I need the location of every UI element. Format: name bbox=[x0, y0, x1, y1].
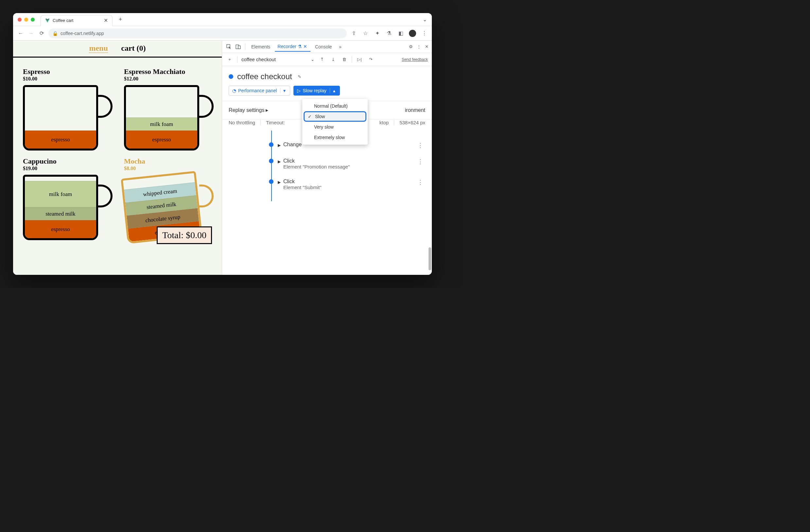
product-title: Espresso bbox=[23, 67, 111, 76]
product-card-cappucino: Cappucino $19.00 milk foam steamed milk … bbox=[23, 157, 111, 240]
extensions-icon[interactable]: ✦ bbox=[374, 30, 381, 37]
close-tab-icon[interactable]: ✕ bbox=[303, 44, 308, 49]
mug-handle-icon bbox=[98, 95, 113, 118]
delete-icon[interactable]: 🗑 bbox=[341, 56, 348, 63]
reload-button[interactable]: ⟳ bbox=[38, 30, 45, 37]
nav-menu-link[interactable]: menu bbox=[89, 44, 108, 53]
bookmark-icon[interactable]: ☆ bbox=[362, 30, 369, 37]
close-devtools-icon[interactable]: ✕ bbox=[425, 44, 428, 49]
tabs-menu-chevron-icon[interactable]: ⌄ bbox=[422, 17, 427, 22]
mug-handle-icon bbox=[98, 184, 113, 207]
step-row[interactable]: ▶ Click Element "Submit" ⋮ bbox=[242, 174, 425, 195]
close-window-button[interactable] bbox=[18, 18, 21, 21]
total-box[interactable]: Total: $0.00 bbox=[157, 226, 212, 244]
product-mug[interactable]: milk foam espresso bbox=[124, 85, 199, 150]
dropdown-item-normal[interactable]: Normal (Default) bbox=[302, 101, 368, 111]
new-tab-button[interactable]: + bbox=[118, 17, 123, 22]
maximize-window-button[interactable] bbox=[31, 18, 35, 21]
step-replay-icon[interactable]: ▷| bbox=[356, 56, 363, 63]
mug-handle-icon bbox=[199, 184, 214, 207]
product-card-espresso: Espresso $10.00 espresso bbox=[23, 67, 111, 150]
device-toolbar-icon[interactable] bbox=[234, 43, 242, 50]
devtools-menu-icon[interactable]: ⋮ bbox=[417, 44, 421, 49]
step-menu-icon[interactable]: ⋮ bbox=[418, 142, 425, 149]
devtools-tab-bar: Elements Recorder ⚗ ✕ Console » ⚙ ⋮ ✕ bbox=[222, 41, 432, 53]
tab-elements[interactable]: Elements bbox=[249, 42, 273, 51]
vue-icon bbox=[45, 18, 50, 23]
recording-selector[interactable]: coffee checkout bbox=[241, 55, 307, 63]
share-icon[interactable]: ⇪ bbox=[350, 30, 357, 37]
flask-icon: ⚗ bbox=[298, 44, 302, 49]
device-value-partial[interactable]: ktop bbox=[379, 120, 389, 125]
layer-milk-foam: milk foam bbox=[126, 117, 197, 131]
labs-icon[interactable]: ⚗ bbox=[385, 30, 392, 37]
product-mug[interactable]: milk foam steamed milk espresso bbox=[23, 175, 98, 240]
chevron-right-icon: ▸ bbox=[266, 107, 268, 113]
replay-speed-dropdown: Normal (Default) ✓ Slow Very slow Extrem… bbox=[302, 99, 368, 145]
send-feedback-link[interactable]: Send feedback bbox=[402, 57, 428, 62]
chevron-down-icon[interactable]: ▾ bbox=[280, 88, 287, 93]
browser-tab[interactable]: Coffee cart ✕ bbox=[40, 15, 113, 26]
dropdown-item-slow[interactable]: ✓ Slow bbox=[304, 111, 367, 122]
layer-espresso: espresso bbox=[25, 220, 96, 238]
new-recording-button[interactable]: + bbox=[226, 56, 233, 63]
forward-button[interactable]: → bbox=[28, 30, 35, 37]
layer-espresso: espresso bbox=[25, 131, 96, 148]
svg-rect-2 bbox=[238, 46, 241, 49]
dropdown-item-very-slow[interactable]: Very slow bbox=[302, 122, 368, 132]
tab-recorder[interactable]: Recorder ⚗ ✕ bbox=[275, 42, 310, 52]
back-button[interactable]: ← bbox=[17, 30, 24, 37]
product-title: Espresso Macchiato bbox=[124, 67, 212, 76]
disclosure-icon[interactable]: ▶ bbox=[278, 180, 281, 184]
profile-avatar[interactable] bbox=[409, 30, 416, 37]
recording-header: coffee checkout ✎ bbox=[222, 66, 432, 86]
window-controls bbox=[18, 18, 35, 21]
play-icon: ▷ bbox=[297, 88, 301, 93]
step-dot-icon bbox=[269, 142, 274, 147]
product-card-macchiato: Espresso Macchiato $12.00 milk foam espr… bbox=[124, 67, 212, 150]
step-title: Click bbox=[283, 158, 415, 164]
browser-menu-icon[interactable]: ⋮ bbox=[421, 30, 428, 37]
step-title: Click bbox=[283, 179, 415, 184]
chevron-down-icon[interactable]: ⌄ bbox=[311, 57, 314, 62]
disclosure-icon[interactable]: ▶ bbox=[278, 159, 281, 164]
side-panel-icon[interactable]: ◧ bbox=[397, 30, 404, 37]
settings-gear-icon[interactable]: ⚙ bbox=[409, 44, 413, 49]
tab-title: Coffee cart bbox=[53, 18, 100, 23]
app-page: menu cart (0) Espresso $10.00 espresso bbox=[13, 41, 222, 275]
dimensions-value[interactable]: 538×624 px bbox=[400, 120, 425, 125]
minimize-window-button[interactable] bbox=[24, 18, 28, 21]
product-price: $19.00 bbox=[23, 165, 111, 172]
product-mug[interactable]: espresso bbox=[23, 85, 98, 150]
step-menu-icon[interactable]: ⋮ bbox=[418, 179, 425, 186]
scrollbar[interactable] bbox=[428, 247, 431, 270]
disclosure-icon[interactable]: ▶ bbox=[278, 143, 281, 148]
product-price: $10.00 bbox=[23, 76, 111, 82]
more-tabs-icon[interactable]: » bbox=[336, 42, 344, 51]
title-bar: Coffee cart ✕ + ⌄ bbox=[13, 13, 432, 26]
nav-cart-link[interactable]: cart (0) bbox=[121, 44, 146, 52]
layer-milk-foam: milk foam bbox=[25, 181, 96, 207]
product-title: Mocha bbox=[124, 157, 212, 165]
dropdown-item-extremely-slow[interactable]: Extremely slow bbox=[302, 132, 368, 143]
replay-settings-toggle[interactable]: Replay settings ▸ bbox=[229, 107, 268, 113]
throttling-value[interactable]: No throttling bbox=[229, 120, 255, 125]
app-nav: menu cart (0) bbox=[13, 41, 222, 58]
step-subtitle: Element "Promotion message" bbox=[283, 164, 415, 170]
performance-panel-button[interactable]: ◔ Performance panel ▾ bbox=[229, 86, 290, 96]
step-row[interactable]: ▶ Click Element "Promotion message" ⋮ bbox=[242, 154, 425, 174]
import-icon[interactable]: ⤓ bbox=[329, 56, 337, 63]
inspect-icon[interactable] bbox=[225, 43, 232, 50]
tab-console[interactable]: Console bbox=[312, 42, 334, 51]
export-icon[interactable]: ⤒ bbox=[318, 56, 325, 63]
layer-espresso: espresso bbox=[126, 131, 197, 148]
step-over-icon[interactable]: ↷ bbox=[367, 56, 374, 63]
action-button-row: ◔ Performance panel ▾ ▷ Slow replay ▴ No… bbox=[222, 86, 432, 101]
replay-button[interactable]: ▷ Slow replay ▴ bbox=[293, 86, 340, 96]
step-subtitle: Element "Submit" bbox=[283, 184, 415, 190]
step-menu-icon[interactable]: ⋮ bbox=[418, 158, 425, 165]
address-bar[interactable]: 🔒 coffee-cart.netlify.app bbox=[48, 29, 347, 38]
close-tab-icon[interactable]: ✕ bbox=[103, 18, 108, 23]
edit-name-icon[interactable]: ✎ bbox=[296, 73, 303, 80]
chevron-up-icon[interactable]: ▴ bbox=[330, 88, 336, 93]
